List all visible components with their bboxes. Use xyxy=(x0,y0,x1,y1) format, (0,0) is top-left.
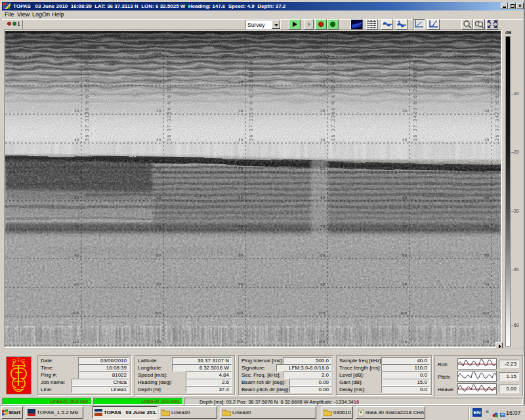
svg-text:110: 110 xyxy=(236,340,243,344)
svg-text:50: 50 xyxy=(238,167,243,171)
svg-text:90: 90 xyxy=(484,282,489,286)
svg-text:40: 40 xyxy=(484,138,489,142)
svg-text:30: 30 xyxy=(402,109,407,113)
svg-text:30: 30 xyxy=(484,109,489,113)
svg-text:20: 20 xyxy=(402,80,407,84)
svg-text:60: 60 xyxy=(238,196,243,200)
svg-text:80: 80 xyxy=(402,253,407,257)
svg-text:60: 60 xyxy=(156,196,161,200)
svg-text:70: 70 xyxy=(484,224,489,228)
svg-text:80: 80 xyxy=(156,253,161,257)
svg-text:60: 60 xyxy=(74,196,79,200)
svg-text:80: 80 xyxy=(320,253,325,257)
svg-text:36 37.3477 N 6 32.6163 W: 36 37.3477 N 6 32.6163 W xyxy=(495,60,499,141)
svg-text:30: 30 xyxy=(238,109,243,113)
svg-text:20: 20 xyxy=(484,80,489,84)
svg-text:60: 60 xyxy=(484,196,489,200)
svg-text:90: 90 xyxy=(320,282,325,286)
svg-text:110: 110 xyxy=(482,340,489,344)
svg-text:50: 50 xyxy=(156,167,161,171)
svg-text:50: 50 xyxy=(74,167,79,171)
svg-text:80: 80 xyxy=(74,253,79,257)
svg-text:50: 50 xyxy=(484,167,489,171)
svg-text:40: 40 xyxy=(156,138,161,142)
svg-text:110: 110 xyxy=(400,340,407,344)
svg-text:36 37.3196 N 6 32.5110 W: 36 37.3196 N 6 32.5110 W xyxy=(85,60,89,141)
svg-text:100: 100 xyxy=(482,311,490,315)
svg-text:36 37.3420 N 6 32.5952 W: 36 37.3420 N 6 32.5952 W xyxy=(413,60,417,141)
svg-text:10: 10 xyxy=(402,51,407,55)
svg-text:80: 80 xyxy=(238,253,243,257)
svg-text:40: 40 xyxy=(320,138,325,142)
svg-text:100: 100 xyxy=(72,311,79,315)
svg-text:90: 90 xyxy=(74,282,79,286)
svg-text:90: 90 xyxy=(156,282,161,286)
svg-text:10: 10 xyxy=(320,51,325,55)
svg-text:70: 70 xyxy=(402,224,407,228)
svg-text:50: 50 xyxy=(320,167,325,171)
svg-text:20: 20 xyxy=(320,80,325,84)
svg-text:110: 110 xyxy=(72,340,79,344)
svg-text:20: 20 xyxy=(74,80,79,84)
svg-text:40: 40 xyxy=(74,138,79,142)
svg-text:10: 10 xyxy=(484,51,489,55)
svg-text:70: 70 xyxy=(320,224,325,228)
svg-text:70: 70 xyxy=(238,224,243,228)
svg-text:100: 100 xyxy=(236,311,243,315)
svg-text:10: 10 xyxy=(156,51,161,55)
svg-text:90: 90 xyxy=(238,282,243,286)
svg-text:60: 60 xyxy=(402,196,407,200)
svg-text:30: 30 xyxy=(156,109,161,113)
svg-text:50: 50 xyxy=(402,167,407,171)
svg-text:90: 90 xyxy=(402,282,407,286)
svg-text:100: 100 xyxy=(154,311,161,315)
svg-text:20: 20 xyxy=(238,80,243,84)
svg-text:30: 30 xyxy=(320,109,325,113)
svg-text:36 37.3254 N 6 32.5319 W: 36 37.3254 N 6 32.5319 W xyxy=(167,60,171,141)
svg-text:110: 110 xyxy=(318,340,325,344)
svg-text:10: 10 xyxy=(238,51,243,55)
svg-text:70: 70 xyxy=(74,224,79,228)
svg-text:40: 40 xyxy=(238,138,243,142)
svg-text:40: 40 xyxy=(402,138,407,142)
svg-text:10: 10 xyxy=(74,51,79,55)
svg-text:30: 30 xyxy=(74,109,79,113)
svg-text:80: 80 xyxy=(484,253,489,257)
svg-text:60: 60 xyxy=(320,196,325,200)
svg-text:36 37.3310 N 6 32.5530 W: 36 37.3310 N 6 32.5530 W xyxy=(249,60,253,141)
svg-text:36 37.3366 N 6 32.5742 W: 36 37.3366 N 6 32.5742 W xyxy=(331,60,335,141)
svg-text:20: 20 xyxy=(156,80,161,84)
svg-text:100: 100 xyxy=(318,311,326,315)
svg-text:100: 100 xyxy=(400,311,408,315)
svg-text:70: 70 xyxy=(156,224,161,228)
svg-text:110: 110 xyxy=(154,340,161,344)
